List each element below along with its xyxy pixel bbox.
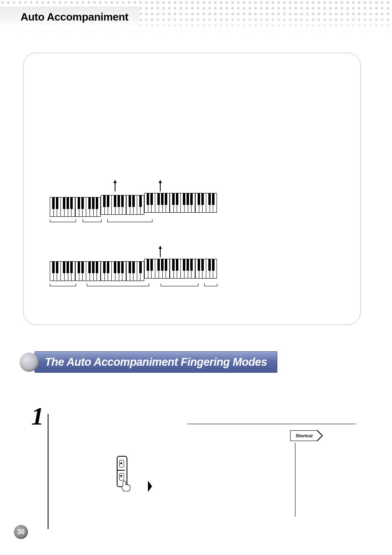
triangle-down-icon	[120, 475, 122, 478]
split-arrow-icon	[159, 246, 162, 249]
triangle-up-icon	[120, 462, 122, 464]
split-arrow-icon	[113, 180, 117, 183]
shortcut-label: Shortcut	[295, 434, 312, 438]
diagram-box	[23, 53, 361, 325]
column-divider	[187, 424, 356, 424]
bracket	[204, 283, 217, 286]
step-vertical-rule	[48, 414, 48, 529]
keyboard-diagram-upper	[50, 193, 217, 213]
bracket	[50, 219, 76, 222]
shortcut-badge: Shortcut	[290, 430, 318, 441]
menu-arrow-icon	[148, 481, 152, 492]
heading-bullet-icon	[20, 353, 39, 372]
heading-title: The Auto Accompaniment Fingering Modes	[35, 351, 277, 373]
heading-row: The Auto Accompaniment Fingering Modes	[20, 351, 277, 373]
bracket	[50, 283, 76, 286]
split-arrow-icon	[159, 180, 162, 183]
bracket	[87, 283, 149, 286]
step-number: 1	[31, 402, 44, 431]
bracket	[83, 219, 101, 222]
page-number-badge: 30	[14, 525, 28, 539]
scroll-control-illustration	[113, 456, 130, 492]
hand-press-icon	[121, 480, 131, 492]
bracket	[107, 219, 152, 222]
shortcut-vertical-rule	[295, 443, 295, 517]
keyboard-diagram-lower	[50, 259, 217, 279]
section-title: Auto Accompaniment	[0, 7, 139, 27]
bracket	[161, 283, 198, 286]
